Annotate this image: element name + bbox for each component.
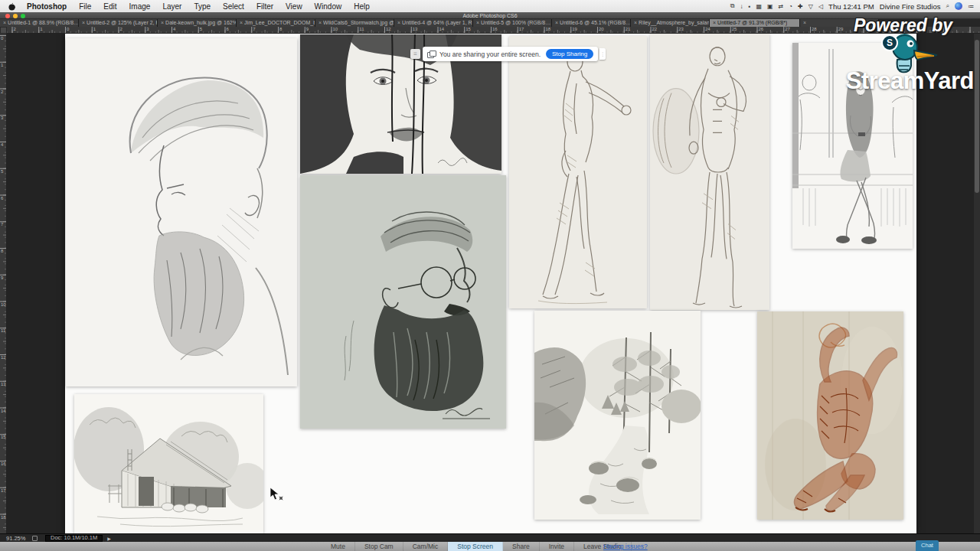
banner-drag-handle[interactable]: ≡ bbox=[410, 49, 420, 59]
ruler-number: 5 bbox=[198, 27, 225, 32]
document-tab[interactable]: × Jim_Lee_DOCTOR_DOOM_by_TimTownsend-1.j… bbox=[237, 19, 315, 27]
document-tab[interactable]: × Untitled-2 @ 125% (Layer 2, RGB/8… bbox=[79, 19, 158, 27]
menu-item[interactable]: Layer bbox=[156, 2, 188, 11]
status-bar: 91.25% Doc: 10.1M/10.1M ▶ bbox=[0, 533, 980, 542]
control-center-icon[interactable]: ≔ bbox=[968, 3, 974, 10]
chat-button[interactable]: Chat bbox=[916, 540, 939, 551]
screen-share-icon bbox=[427, 51, 436, 57]
menu-item[interactable]: View bbox=[279, 2, 309, 11]
menu-item[interactable]: Image bbox=[123, 2, 157, 11]
red-chalk-sketch bbox=[757, 311, 903, 520]
vertical-scrollbar[interactable] bbox=[974, 34, 980, 533]
sync-icon[interactable]: ⇄ bbox=[779, 3, 784, 10]
document-tab[interactable]: × Untitled-5 @ 100% (RGB/8… bbox=[473, 19, 552, 27]
keyboard-icon[interactable]: ▦ bbox=[756, 3, 762, 10]
stream-control-button[interactable]: Share bbox=[503, 542, 540, 551]
display-icon[interactable]: ▣ bbox=[767, 3, 773, 10]
mouse-cursor bbox=[268, 487, 285, 504]
shape-icon[interactable]: ▽ bbox=[808, 3, 813, 10]
menu-items: FileEditImageLayerTypeSelectFilterViewWi… bbox=[73, 2, 376, 11]
document-canvas[interactable] bbox=[65, 34, 916, 533]
close-tab-icon[interactable]: × bbox=[473, 19, 481, 27]
account-name[interactable]: Divine Fire Studios bbox=[880, 2, 941, 11]
scrollbar-thumb[interactable] bbox=[975, 40, 979, 193]
clock-icon[interactable]: ◔ bbox=[789, 3, 792, 10]
volume-icon[interactable]: ◁ bbox=[818, 3, 823, 10]
menu-photoshop[interactable]: Photoshop bbox=[21, 2, 73, 11]
vertical-ruler: 0123456789101112131415161718 bbox=[0, 34, 7, 533]
menu-bar-clock[interactable]: Thu 12:41 PM bbox=[828, 2, 874, 11]
search-icon[interactable]: ⌕ bbox=[946, 2, 949, 10]
status-options-arrow-icon[interactable]: ▶ bbox=[107, 536, 111, 541]
ruler-number: 24 bbox=[704, 27, 730, 32]
screen-mirroring-icon[interactable]: ⧉ bbox=[730, 2, 735, 10]
stream-control-button[interactable]: Mute bbox=[322, 542, 355, 551]
menu-item[interactable]: Help bbox=[348, 2, 376, 11]
siri-icon[interactable] bbox=[955, 2, 962, 10]
stop-sharing-button[interactable]: Stop Sharing bbox=[546, 49, 593, 59]
stream-control-button[interactable]: Stop Cam bbox=[355, 542, 403, 551]
menu-item[interactable]: File bbox=[73, 2, 97, 11]
ruler-number: 23 bbox=[677, 27, 704, 32]
ruler-number: 14 bbox=[438, 27, 465, 32]
tab-label: Untitled-5 @ 100% (RGB/8… bbox=[481, 19, 550, 27]
close-tab-icon[interactable]: × bbox=[552, 19, 560, 27]
tab-label: Untitled-1 @ 88.9% (RGB/8… bbox=[8, 19, 78, 27]
menu-item[interactable]: Type bbox=[188, 2, 217, 11]
close-tab-icon[interactable]: × bbox=[0, 19, 8, 27]
photoshop-pasteboard bbox=[7, 34, 974, 533]
close-tab-icon[interactable]: × bbox=[158, 19, 165, 27]
streamyard-brand-text: StreamYard bbox=[846, 67, 974, 95]
stream-control-button[interactable]: Stop Screen bbox=[448, 542, 503, 551]
close-tab-icon[interactable]: × bbox=[79, 19, 87, 27]
download-icon[interactable]: ↓ bbox=[740, 3, 743, 10]
zoom-level-field[interactable]: 91.25% bbox=[6, 535, 32, 542]
ruler-number: 14 bbox=[0, 408, 6, 435]
document-tab[interactable]: × Riley__Atmosphere_by_salamandros.jpg @… bbox=[631, 19, 710, 27]
stream-button-label: Mute bbox=[331, 543, 345, 550]
ruler-number: 13 bbox=[411, 27, 438, 32]
artwork-forest-creek-sketch bbox=[534, 311, 701, 520]
close-tab-icon[interactable]: × bbox=[710, 19, 717, 27]
document-size-indicator[interactable]: Doc: 10.1M/10.1M bbox=[45, 535, 103, 542]
share-banner-message: You are sharing your entire screen. bbox=[439, 51, 541, 58]
document-tab[interactable]: × Untitled-6 @ 45.1% (RGB/8… bbox=[552, 19, 631, 27]
document-tab[interactable]: × Untitled-1 @ 88.9% (RGB/8… bbox=[0, 19, 79, 27]
menu-item[interactable]: Filter bbox=[250, 2, 279, 11]
menu-item[interactable]: Window bbox=[309, 2, 348, 11]
artwork-charcoal-portrait-man-glasses bbox=[300, 175, 506, 429]
ruler-corner-box[interactable] bbox=[0, 27, 7, 34]
having-issues-link[interactable]: Having issues? bbox=[603, 542, 648, 551]
ruler-number: 0 bbox=[0, 35, 6, 62]
close-tab-icon[interactable]: × bbox=[394, 19, 402, 27]
apple-menu-icon[interactable] bbox=[8, 2, 16, 11]
stream-button-label: Share bbox=[512, 543, 530, 550]
plus-icon[interactable]: ✚ bbox=[798, 3, 803, 10]
streamyard-watermark: Powered by S StreamYard bbox=[798, 15, 974, 96]
document-tab[interactable]: × Dale-keown_hulk.jpg @ 162% (RGB/… bbox=[158, 19, 237, 27]
screen-share-banner: ≡ You are sharing your entire screen. St… bbox=[410, 47, 606, 61]
close-tab-icon[interactable]: × bbox=[631, 19, 639, 27]
ruler-number: 6 bbox=[0, 195, 6, 222]
menu-item[interactable]: Edit bbox=[97, 2, 122, 11]
ruler-number: 8 bbox=[278, 27, 305, 32]
ruler-number: 1 bbox=[38, 27, 65, 32]
tab-label: Untitled-2 @ 125% (Layer 2, RGB/8… bbox=[87, 19, 157, 27]
close-tab-icon[interactable]: × bbox=[237, 19, 244, 27]
ruler-number: 26 bbox=[757, 27, 784, 32]
banner-more-handle[interactable]: ⋮ bbox=[599, 48, 606, 60]
menu-item[interactable]: Select bbox=[217, 2, 250, 11]
ruler-number: 3 bbox=[0, 115, 6, 142]
ruler-number: 2 bbox=[12, 27, 39, 32]
tab-label: Untitled-6 @ 45.1% (RGB/8… bbox=[560, 19, 630, 27]
stream-control-button[interactable]: Invite bbox=[540, 542, 574, 551]
stream-button-label: Stop Screen bbox=[457, 543, 493, 550]
document-tab[interactable]: × WildCats6_Stormwatch.jpg @ 171% (RGB/… bbox=[315, 19, 394, 27]
document-tab[interactable]: × Untitled-7 @ 91.3% (RGB/8*) bbox=[710, 19, 800, 27]
stream-control-button[interactable]: Cam/Mic bbox=[403, 542, 449, 551]
artwork-red-chalk-figure bbox=[757, 311, 903, 520]
menu-bar-status-area: ⧉ ↓ ▪ ▦ ▣ ⇄ ◔ ✚ ▽ ◁ Thu 12:41 PM Divine … bbox=[730, 2, 974, 11]
camera-icon[interactable]: ▪ bbox=[749, 3, 751, 10]
document-tab[interactable]: × Untitled-4 @ 64% (Layer 1, RGB/8… bbox=[394, 19, 473, 27]
close-tab-icon[interactable]: × bbox=[315, 19, 323, 27]
